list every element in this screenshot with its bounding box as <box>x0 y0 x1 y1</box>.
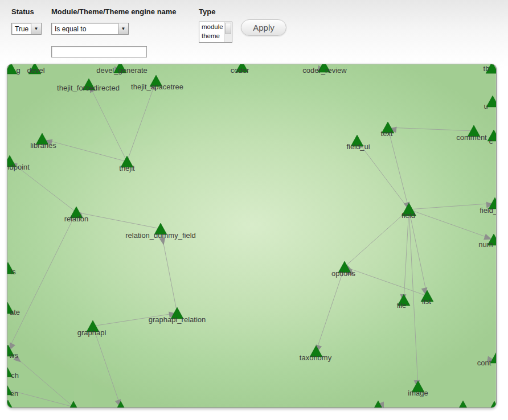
graph-node-label-file: file <box>397 301 407 310</box>
graph-node-label-taxonomy: taxonomy <box>300 353 332 362</box>
graph-edge-field-list <box>409 209 427 296</box>
graph-node-label-u: u <box>484 102 487 110</box>
graph-node-label-text: text <box>381 129 393 138</box>
graph-node-label-ws: ws <box>9 351 18 360</box>
graph-edge-relation-relation_dummy_field <box>76 212 161 229</box>
name-filter-label: Module/Theme/Theme engine name <box>51 7 177 16</box>
graph-node-b2[interactable] <box>67 401 80 408</box>
graph-node-label-list: list <box>422 297 431 306</box>
graph-node-cont[interactable] <box>490 352 497 363</box>
graph-edge-options-taxonomy <box>316 267 345 351</box>
graph-node-label-coder: coder <box>231 66 249 75</box>
graph-node-b5[interactable] <box>457 401 469 408</box>
type-option-theme[interactable]: theme <box>199 31 224 40</box>
graph-node-b6[interactable] <box>488 401 497 408</box>
graph-node-label-graphapi_relation: graphapi_relation <box>149 315 206 324</box>
type-filter-label: Type <box>199 7 215 16</box>
module-filter-page: Status Module/Theme/Theme engine name Ty… <box>0 0 508 420</box>
status-select[interactable]: True ▼ <box>11 23 42 35</box>
apply-button[interactable]: Apply <box>241 19 286 36</box>
graph-node-label-relation_dummy_field: relation_dummy_field <box>125 231 196 240</box>
graph-node-label-options: options <box>331 269 355 278</box>
chevron-down-icon[interactable]: ▼ <box>31 23 41 34</box>
type-options: module theme <box>199 22 224 42</box>
graph-node-label-field: field <box>402 211 415 220</box>
graph-node-label-ls: ls <box>10 267 16 276</box>
graph-edge-field-field_ui <box>357 141 409 209</box>
graph-edge-comment-text <box>388 127 474 131</box>
status-select-value: True <box>12 25 31 33</box>
graph-node-label-endpoint: endpoint <box>7 163 30 171</box>
graph-node-label-libraries: libraries <box>30 141 56 150</box>
graph-node-label-cont: cont <box>477 359 491 367</box>
graph-node-u[interactable] <box>486 96 497 107</box>
graph-node-label-devel: devel <box>27 66 44 75</box>
graph-node-label-thejit: thejit <box>119 164 135 172</box>
dependency-graph-canvas[interactable]: gdeveldevel_generatethejit_forcedirected… <box>7 64 497 408</box>
graph-node-label-graphapi: graphapi <box>77 328 106 337</box>
graph-node-label-tb: tb <box>484 64 490 73</box>
graph-edge-thejit-thejit_forcedirected <box>89 84 127 162</box>
graph-node-label-ch: ch <box>11 371 19 380</box>
graph-edge-graphapi-b3 <box>93 326 121 407</box>
type-option-module[interactable]: module <box>199 22 224 31</box>
graph-node-label-coder_review: coder_review <box>302 66 347 75</box>
name-operator-value: Is equal to <box>52 25 118 33</box>
graph-edge-relation-ws <box>8 212 76 351</box>
graph-edge-field-options <box>345 209 409 267</box>
name-filter-input[interactable] <box>51 46 147 57</box>
graph-node-label-comment: comment <box>456 133 487 142</box>
graph-node-label-relation: relation <box>64 215 89 223</box>
graph-node-label-image: image <box>408 389 428 397</box>
name-operator-select[interactable]: Is equal to ▼ <box>51 23 129 35</box>
graph-node-label-c: c <box>489 137 493 146</box>
dependency-graph: gdeveldevel_generatethejit_forcedirected… <box>7 64 497 408</box>
type-multiselect[interactable]: module theme <box>199 22 232 43</box>
graph-node-label-devel_generate: devel_generate <box>96 66 148 75</box>
listbox-scrollbar[interactable] <box>224 22 232 42</box>
graph-edge-thejit-thejit_spacetree <box>127 81 156 162</box>
graph-node-label-num: num <box>478 240 493 249</box>
graph-node-label-field_ui: field_ui <box>346 142 370 151</box>
graph-edge-field-file <box>404 209 409 300</box>
graph-edge-field-image <box>409 209 418 386</box>
graph-edge-field-text <box>388 127 409 209</box>
scrollbar-thumb[interactable] <box>225 23 231 34</box>
graph-node-label-field_sql: field_sql <box>480 206 497 215</box>
graph-node-label-thejit_forcedirected: thejit_forcedirected <box>57 84 120 92</box>
status-filter-label: Status <box>11 7 34 16</box>
graph-edge-options-list <box>345 267 427 296</box>
graph-node-label-ate: ate <box>10 308 20 316</box>
graph-node-b1[interactable] <box>7 400 14 408</box>
graph-node-label-g: g <box>16 66 20 75</box>
graph-node-label-en: en <box>10 389 18 398</box>
graph-node-label-thejit_spacetree: thejit_spacetree <box>131 83 183 91</box>
chevron-down-icon[interactable]: ▼ <box>118 23 128 34</box>
